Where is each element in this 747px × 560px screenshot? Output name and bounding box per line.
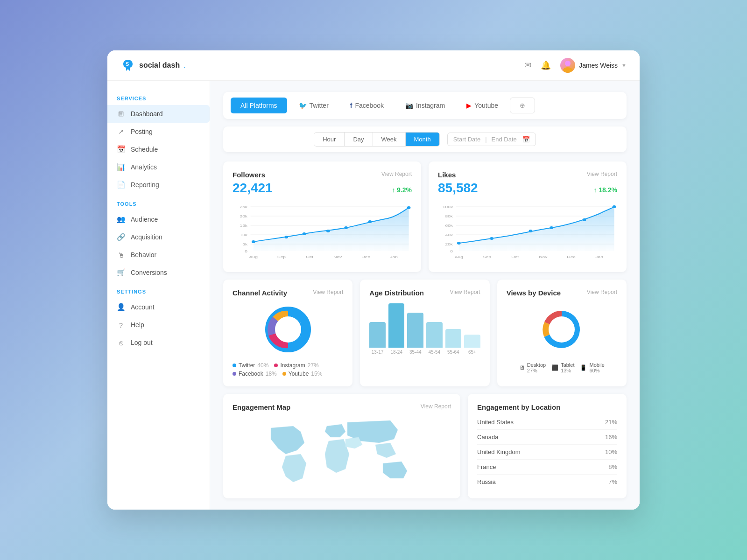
sidebar-item-account[interactable]: 👤 Account xyxy=(107,298,210,316)
sidebar-item-conversions[interactable]: 🛒 Conversions xyxy=(107,264,210,281)
followers-view-report[interactable]: View Report xyxy=(381,171,412,177)
legend-tablet: ⬛ Tablet 13% xyxy=(551,362,574,373)
sidebar-item-logout[interactable]: ⎋ Log out xyxy=(107,334,210,351)
tab-youtube[interactable]: ▶ Youtube xyxy=(457,98,508,113)
mail-icon[interactable]: ✉ xyxy=(524,60,531,70)
sidebar-item-acquisition[interactable]: 🔗 Acquisition xyxy=(107,228,210,246)
middle-charts: Channel Activity View Report xyxy=(223,280,627,386)
chart-icon: 📊 xyxy=(117,163,125,171)
chevron-down-icon: ▼ xyxy=(621,63,627,68)
legend-mobile: 📱 Mobile 60% xyxy=(580,362,604,373)
svg-text:Oct: Oct xyxy=(306,255,313,259)
section-label-settings: SETTINGS xyxy=(107,289,210,298)
likes-value: 85,582 xyxy=(438,181,478,196)
section-label-services: SERVICES xyxy=(107,96,210,105)
calendar-icon: 📅 xyxy=(522,136,530,143)
time-btn-month[interactable]: Month xyxy=(406,133,439,146)
content-area: All Platforms 🐦 Twitter f Facebook 📷 Ins… xyxy=(210,81,640,510)
tab-instagram[interactable]: 📷 Instagram xyxy=(395,98,455,113)
location-item: United States 21% xyxy=(477,415,617,430)
sidebar-item-reporting[interactable]: 📄 Reporting xyxy=(107,176,210,194)
youtube-icon: ▶ xyxy=(466,102,472,109)
bar-13-17: 13-17 xyxy=(369,322,386,355)
logout-icon: ⎋ xyxy=(117,338,125,347)
followers-card: Followers View Report 22,421 ↑ 9.2% xyxy=(223,161,421,272)
svg-text:60k: 60k xyxy=(445,224,453,228)
sidebar-item-schedule[interactable]: 📅 Schedule xyxy=(107,140,210,158)
arrow-icon: ↗ xyxy=(117,127,125,136)
sidebar-item-posting[interactable]: ↗ Posting xyxy=(107,123,210,140)
device-view-report[interactable]: View Report xyxy=(587,289,617,295)
map-view-report[interactable]: View Report xyxy=(421,403,451,410)
svg-text:10k: 10k xyxy=(240,233,248,237)
sidebar-item-label: Analytics xyxy=(131,163,157,171)
logo-text: social dash xyxy=(139,61,180,70)
time-btn-week[interactable]: Week xyxy=(373,133,406,146)
legend-instagram: Instagram 27% xyxy=(274,362,318,369)
followers-title: Followers xyxy=(233,171,265,179)
svg-text:20k: 20k xyxy=(240,214,248,218)
bar-45-54: 45-54 xyxy=(426,322,443,355)
channel-title: Channel Activity xyxy=(233,289,287,297)
engagement-location-card: Engagement by Location United States 21%… xyxy=(468,394,627,498)
tab-add-platform[interactable]: ⊕ xyxy=(510,98,535,113)
cart-icon: 🛒 xyxy=(117,268,125,277)
sidebar-item-help[interactable]: ? Help xyxy=(107,316,210,334)
world-map xyxy=(233,413,451,488)
svg-point-51 xyxy=(275,316,301,343)
followers-value: 22,421 xyxy=(233,181,273,196)
person-icon: 👤 xyxy=(117,303,125,311)
header: S social dash. ✉ 🔔 James Weiss ▼ xyxy=(107,50,640,81)
device-title: Views by Device xyxy=(507,289,561,297)
age-view-report[interactable]: View Report xyxy=(450,289,480,295)
sidebar-item-label: Log out xyxy=(131,339,153,346)
top-charts: Followers View Report 22,421 ↑ 9.2% xyxy=(223,161,627,272)
age-title: Age Distribution xyxy=(369,289,424,297)
svg-text:Jan: Jan xyxy=(595,255,603,259)
header-right: ✉ 🔔 James Weiss ▼ xyxy=(524,58,627,73)
date-range-picker[interactable]: Start Date | End Date 📅 xyxy=(447,133,536,146)
avatar xyxy=(560,58,575,73)
bar-55-64: 55-64 xyxy=(445,329,462,355)
svg-text:Nov: Nov xyxy=(539,255,548,259)
svg-text:Aug: Aug xyxy=(249,255,258,259)
sidebar-item-analytics[interactable]: 📊 Analytics xyxy=(107,158,210,176)
svg-point-16 xyxy=(303,232,306,235)
grid-icon: ⊞ xyxy=(117,110,125,118)
sidebar-item-audience[interactable]: 👥 Audience xyxy=(107,210,210,228)
svg-point-2 xyxy=(563,67,572,73)
svg-point-42 xyxy=(583,218,586,221)
user-info[interactable]: James Weiss ▼ xyxy=(560,58,627,73)
sidebar-item-label: Dashboard xyxy=(131,110,163,118)
svg-text:80k: 80k xyxy=(445,214,453,218)
legend-facebook: Facebook 18% xyxy=(233,371,277,377)
user-name: James Weiss xyxy=(579,62,618,69)
facebook-icon: f xyxy=(350,102,352,109)
tab-all-platforms[interactable]: All Platforms xyxy=(231,98,287,113)
svg-text:Dec: Dec xyxy=(361,255,370,259)
people-icon: 👥 xyxy=(117,215,125,224)
sidebar-item-label: Conversions xyxy=(131,269,167,276)
instagram-icon: 📷 xyxy=(405,102,413,109)
likes-title: Likes xyxy=(438,171,456,179)
tab-twitter[interactable]: 🐦 Twitter xyxy=(289,98,338,113)
logo-icon: S xyxy=(120,58,135,73)
svg-text:Aug: Aug xyxy=(455,255,463,259)
svg-point-40 xyxy=(529,230,533,232)
bell-icon[interactable]: 🔔 xyxy=(541,60,551,70)
location-title: Engagement by Location xyxy=(477,403,560,411)
time-btn-hour[interactable]: Hour xyxy=(314,133,345,146)
svg-text:25k: 25k xyxy=(240,205,248,209)
likes-view-report[interactable]: View Report xyxy=(587,171,617,177)
sidebar-item-label: Reporting xyxy=(131,181,159,189)
channel-view-report[interactable]: View Report xyxy=(313,289,343,295)
device-legend: 🖥 Desktop 27% ⬛ Tablet 13% xyxy=(507,362,617,373)
legend-twitter: Twitter 40% xyxy=(233,362,268,369)
app-container: S social dash. ✉ 🔔 James Weiss ▼ SERVICE… xyxy=(107,50,640,510)
sidebar-item-dashboard[interactable]: ⊞ Dashboard xyxy=(107,105,210,123)
sidebar-item-behavior[interactable]: 🖱 Behavior xyxy=(107,246,210,264)
engagement-map-card: Engagement Map View Report xyxy=(223,394,460,498)
end-date: End Date xyxy=(492,136,517,143)
time-btn-day[interactable]: Day xyxy=(345,133,373,146)
tab-facebook[interactable]: f Facebook xyxy=(340,98,394,113)
